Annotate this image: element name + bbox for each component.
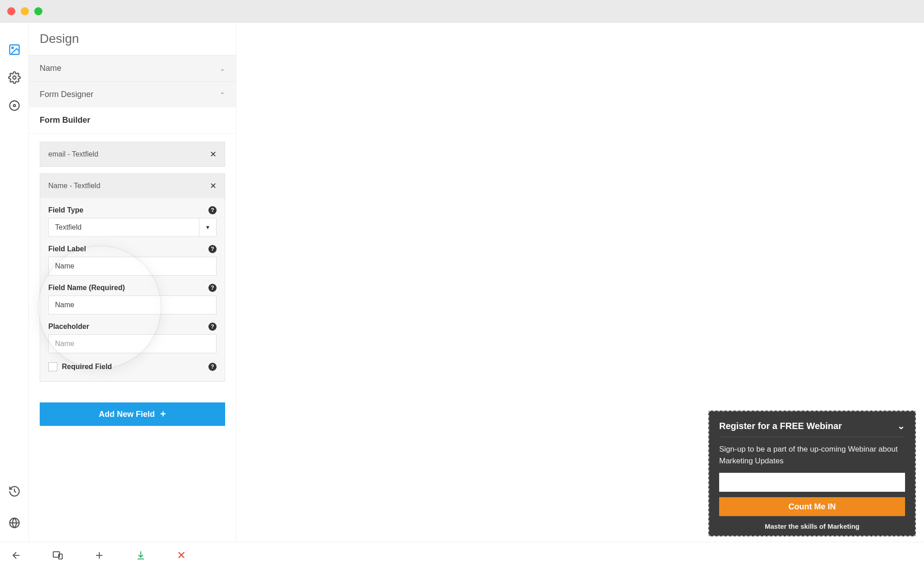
svg-point-4 bbox=[13, 105, 15, 107]
placeholder-label: Placeholder bbox=[48, 323, 89, 331]
window-zoom-dot[interactable] bbox=[34, 7, 42, 15]
required-checkbox[interactable] bbox=[48, 362, 57, 371]
add-new-field-label: Add New Field bbox=[99, 410, 155, 419]
field-type-select[interactable]: Textfield ▼ bbox=[48, 218, 217, 237]
close-icon[interactable]: ✕ bbox=[210, 149, 217, 159]
popup-title: Register for a FREE Webinar bbox=[719, 421, 842, 431]
section-form-designer-label: Form Designer bbox=[40, 90, 93, 99]
iconbar bbox=[0, 23, 29, 542]
chevron-up-icon: ⌃ bbox=[220, 91, 225, 98]
popup-input[interactable] bbox=[719, 473, 905, 492]
popup-footer: Master the skills of Marketing bbox=[719, 522, 905, 530]
close-icon[interactable]: ✕ bbox=[210, 181, 217, 191]
gear-icon[interactable] bbox=[8, 71, 21, 86]
download-button[interactable] bbox=[135, 550, 146, 561]
popup-body: Sign-up to be a part of the up-coming We… bbox=[719, 437, 905, 466]
help-icon[interactable]: ? bbox=[208, 206, 217, 214]
popup-cta-button[interactable]: Count Me IN bbox=[719, 497, 905, 516]
field-name-req-label: Field Name (Required) bbox=[48, 284, 125, 292]
panel-title: Design bbox=[29, 23, 236, 55]
globe-icon[interactable] bbox=[8, 517, 21, 531]
required-label: Required Field bbox=[62, 363, 112, 371]
field-name-input[interactable] bbox=[48, 296, 217, 314]
canvas: Register for a FREE Webinar ⌄ Sign-up to… bbox=[236, 23, 924, 542]
section-form-designer[interactable]: Form Designer ⌃ bbox=[29, 81, 236, 107]
field-type-label: Field Type bbox=[48, 206, 83, 214]
field-email-label: email - Textfield bbox=[48, 150, 98, 158]
titlebar bbox=[0, 0, 924, 23]
target-icon[interactable] bbox=[8, 99, 21, 114]
help-icon[interactable]: ? bbox=[208, 245, 217, 253]
svg-point-3 bbox=[9, 101, 19, 111]
cancel-button[interactable]: ✕ bbox=[177, 549, 186, 562]
field-type-value: Textfield bbox=[55, 223, 82, 231]
design-panel: Design Name ⌄ Form Designer ⌃ Form Build… bbox=[29, 23, 236, 542]
history-icon[interactable] bbox=[8, 485, 21, 499]
devices-icon[interactable] bbox=[52, 550, 63, 561]
field-label-input[interactable] bbox=[48, 257, 217, 276]
help-icon[interactable]: ? bbox=[208, 363, 217, 371]
field-label-label: Field Label bbox=[48, 245, 86, 253]
field-email[interactable]: email - Textfield ✕ bbox=[40, 142, 225, 167]
help-icon[interactable]: ? bbox=[208, 323, 217, 331]
placeholder-input[interactable] bbox=[48, 334, 217, 353]
section-name-label: Name bbox=[40, 64, 61, 73]
svg-point-1 bbox=[12, 47, 14, 49]
preview-popup[interactable]: Register for a FREE Webinar ⌄ Sign-up to… bbox=[708, 411, 916, 536]
field-editor: Field Type ? Textfield ▼ Field Label ? F… bbox=[40, 198, 225, 382]
section-name[interactable]: Name ⌄ bbox=[29, 55, 236, 81]
dropdown-caret-icon: ▼ bbox=[199, 218, 216, 236]
field-name-label: Name - Textfield bbox=[48, 182, 100, 190]
popup-cta-label: Count Me IN bbox=[789, 502, 836, 512]
image-tab-icon[interactable] bbox=[8, 43, 21, 58]
back-button[interactable] bbox=[11, 550, 22, 561]
svg-point-2 bbox=[13, 76, 16, 79]
bottom-toolbar: ✕ bbox=[0, 542, 924, 568]
chevron-down-icon: ⌄ bbox=[220, 65, 225, 72]
help-icon[interactable]: ? bbox=[208, 284, 217, 292]
add-new-field-button[interactable]: Add New Field + bbox=[40, 402, 225, 426]
window-minimize-dot[interactable] bbox=[21, 7, 29, 15]
plus-icon: + bbox=[160, 408, 166, 420]
chevron-down-icon[interactable]: ⌄ bbox=[897, 420, 905, 431]
window-close-dot[interactable] bbox=[7, 7, 15, 15]
field-name[interactable]: Name - Textfield ✕ bbox=[40, 173, 225, 198]
plus-button[interactable] bbox=[94, 550, 105, 561]
form-builder-heading: Form Builder bbox=[29, 107, 236, 134]
